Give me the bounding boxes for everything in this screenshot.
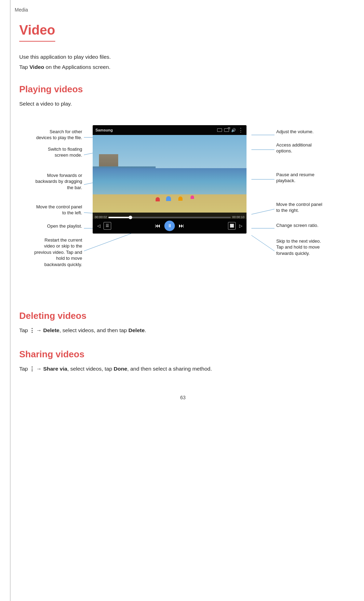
annotation-search-other: Search for otherdevices to play the file… xyxy=(19,129,82,141)
center-controls: ⏮ ⏸ ⏭ xyxy=(154,221,185,231)
annotation-floating-screen: Switch to floatingscreen mode. xyxy=(19,146,82,158)
water-area xyxy=(93,168,247,194)
annotation-move-bar: Move forwards orbackwards by draggingthe… xyxy=(19,172,82,191)
annotation-pause-resume: Pause and resumeplayback. xyxy=(276,172,350,184)
page-border xyxy=(10,0,11,601)
section-label: Media xyxy=(15,6,28,14)
video-bottom-bar: 00:00:02 00:00:10 ◁ ☰ xyxy=(93,213,247,234)
select-text: Select a video to play. xyxy=(19,100,347,108)
deleting-icon: ⋮ xyxy=(29,327,35,333)
progress-thumb xyxy=(129,216,132,219)
deleting-videos-section: Deleting videos Tap ⋮ → Delete, select v… xyxy=(19,309,347,335)
video-brand: Samsung xyxy=(95,127,113,133)
share-bold2: Done xyxy=(114,366,127,372)
move-left-btn[interactable]: ◁ xyxy=(95,222,102,230)
playing-videos-title: Playing videos xyxy=(19,83,347,96)
sharing-text: Tap ⋮ → Share via, select videos, tap Do… xyxy=(19,365,347,373)
pause-btn[interactable]: ⏸ xyxy=(164,221,175,231)
left-controls: ◁ ☰ xyxy=(95,222,111,230)
video-content xyxy=(93,135,247,219)
volume-icon: 🔊 xyxy=(231,127,236,133)
controls-row: ◁ ☰ ⏮ ⏸ ⏭ ⬜ ▷ xyxy=(93,221,247,231)
delete-bold2: Delete xyxy=(128,327,145,333)
progress-row: 00:00:02 00:00:10 xyxy=(93,215,247,220)
intro-line1: Use this application to play video files… xyxy=(19,53,347,61)
page-number: 63 xyxy=(19,394,347,401)
annotation-skip-next: Skip to the next video.Tap and hold to m… xyxy=(276,238,350,257)
screen-icon xyxy=(217,128,222,132)
share-bold1: Share via xyxy=(43,366,67,372)
umbrella1 xyxy=(156,197,160,201)
prev-btn[interactable]: ⏮ xyxy=(154,222,162,230)
deleting-videos-title: Deleting videos xyxy=(19,309,347,323)
sharing-icon: ⋮ xyxy=(29,366,35,372)
annotation-move-left: Move the control panelto the left. xyxy=(19,204,82,216)
umbrella2 xyxy=(166,196,171,201)
right-controls: ⬜ ▷ xyxy=(228,222,244,230)
diagram-container: Search for otherdevices to play the file… xyxy=(19,115,355,296)
next-btn[interactable]: ⏭ xyxy=(178,222,185,230)
progress-fill xyxy=(108,217,130,218)
time-total: 00:00:10 xyxy=(232,215,244,220)
move-right-btn[interactable]: ▷ xyxy=(237,222,244,230)
annotation-adjust-volume: Adjust the volume. xyxy=(276,129,350,135)
annotation-restart-skip: Restart the currentvideo or skip to thep… xyxy=(19,237,82,268)
intro-line2: Tap Video on the Applications screen. xyxy=(19,63,347,71)
annotation-move-right: Move the control panelto the right. xyxy=(276,201,350,214)
playlist-btn[interactable]: ☰ xyxy=(104,222,111,230)
annotation-access-options: Access additionaloptions. xyxy=(276,142,350,154)
svg-line-11 xyxy=(251,235,274,251)
svg-line-5 xyxy=(84,234,131,251)
video-player: Samsung 🔊 ⋮ xyxy=(93,125,247,234)
umbrella4 xyxy=(191,195,194,199)
delete-bold1: Delete xyxy=(43,327,59,333)
more-options-icon: ⋮ xyxy=(238,126,244,134)
ratio-btn[interactable]: ⬜ xyxy=(228,222,236,230)
deleting-text: Tap ⋮ → Delete, select videos, and then … xyxy=(19,326,347,335)
umbrella3 xyxy=(178,196,183,201)
annotation-open-playlist: Open the playlist. xyxy=(19,223,82,229)
video-title: Video xyxy=(19,20,55,42)
screen-mode-icon xyxy=(224,128,229,132)
video-top-icons: 🔊 ⋮ xyxy=(217,126,244,134)
video-top-bar: Samsung 🔊 ⋮ xyxy=(93,125,247,135)
time-current: 00:00:02 xyxy=(95,215,107,220)
annotation-change-ratio: Change screen ratio. xyxy=(276,222,350,229)
svg-line-9 xyxy=(251,209,274,214)
progress-track[interactable] xyxy=(108,217,231,218)
sharing-videos-section: Sharing videos Tap ⋮ → Share via, select… xyxy=(19,348,347,373)
sharing-videos-title: Sharing videos xyxy=(19,348,347,361)
